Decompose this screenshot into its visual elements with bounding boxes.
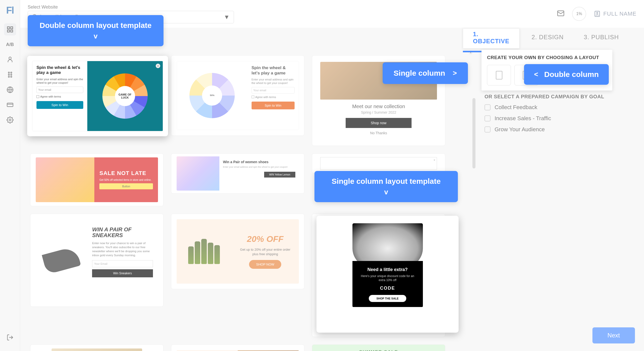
chevron-down-icon: v xyxy=(325,188,448,196)
template-earrings[interactable] xyxy=(30,344,164,351)
goal-increase-sales[interactable]: Increase Sales - Traffic xyxy=(485,115,635,122)
tab-publish[interactable]: 3. PUBLISH xyxy=(584,29,619,47)
user-icon xyxy=(594,10,601,17)
template-survey[interactable]: We'd love to know more about you! What j… xyxy=(171,344,304,351)
thumb-image xyxy=(42,246,81,275)
right-panel: CREATE YOUR OWN BY CHOOSING A LAYOUT OR … xyxy=(475,48,644,351)
svg-rect-1 xyxy=(11,27,13,29)
highlight-template-double[interactable]: Spin the wheel & let's play a game Enter… xyxy=(27,56,168,136)
svg-point-8 xyxy=(11,74,12,75)
svg-point-7 xyxy=(8,74,10,75)
svg-point-6 xyxy=(11,72,12,73)
callout-double-template: Double column layout template v xyxy=(28,15,164,46)
template-collection-2[interactable]: Meet our new collection × xyxy=(312,153,445,173)
nav-ab-test-icon[interactable]: A/B xyxy=(4,38,16,51)
nav-logout-icon[interactable] xyxy=(4,331,16,343)
chevron-down-icon: v xyxy=(38,32,153,40)
template-spin-wheel-pastel[interactable]: 50% Spin the wheel & let's play a game E… xyxy=(171,55,304,136)
app-logo: Fl xyxy=(6,5,14,16)
svg-point-9 xyxy=(8,76,10,77)
template-sneakers[interactable]: WIN A PAIR OF SNEAKERS Enter now for you… xyxy=(30,214,164,307)
nav-globe-icon[interactable] xyxy=(4,84,16,96)
svg-point-10 xyxy=(11,76,12,77)
thumb-image xyxy=(52,348,142,351)
chevron-right-icon: > xyxy=(453,69,457,77)
mail-icon[interactable] xyxy=(557,10,565,18)
svg-rect-12 xyxy=(7,103,13,107)
highlight-template-single[interactable]: Need a little extra? Here's your unique … xyxy=(316,216,459,333)
progress-indicator[interactable]: 1% xyxy=(572,7,586,21)
svg-point-5 xyxy=(8,72,10,73)
nav-segments-icon[interactable] xyxy=(4,69,16,81)
thumb-image xyxy=(177,236,232,267)
close-icon: × xyxy=(156,64,160,68)
caret-down-icon[interactable]: ▼ xyxy=(224,14,230,21)
nav-audience-icon[interactable] xyxy=(4,54,16,66)
scrollbar[interactable] xyxy=(472,98,475,168)
template-summer-sale[interactable]: SUMMER SALE xyxy=(312,344,445,351)
nav-settings-icon[interactable] xyxy=(4,114,16,126)
callout-single-column: Single column > xyxy=(383,62,468,84)
svg-rect-3 xyxy=(11,30,13,32)
template-sale-not-late[interactable]: SALE NOT LATE Get 50% off selected items… xyxy=(30,153,164,206)
svg-point-14 xyxy=(9,119,11,121)
close-icon: × xyxy=(433,158,435,162)
left-sidebar: Fl A/B xyxy=(0,0,20,351)
goal-grow-audience[interactable]: Grow Your Audience xyxy=(485,126,635,133)
user-menu[interactable]: FULL NAME xyxy=(594,10,636,17)
nav-campaigns-icon[interactable] xyxy=(4,23,16,35)
nav-billing-icon[interactable] xyxy=(4,99,16,111)
next-button[interactable]: Next xyxy=(592,327,635,343)
callout-single-template: Single column layout template v xyxy=(314,171,458,202)
chevron-left-icon: < xyxy=(534,70,538,78)
layout-single-column[interactable] xyxy=(487,65,511,85)
website-label: Select Website xyxy=(28,5,234,10)
template-20-off[interactable]: 20% OFF Get up to 20% off your entire or… xyxy=(171,214,304,289)
svg-rect-2 xyxy=(7,30,9,32)
tab-design[interactable]: 2. DESIGN xyxy=(532,29,564,47)
callout-double-column: < Double column xyxy=(524,64,609,85)
svg-point-18 xyxy=(597,12,598,14)
thumb-image xyxy=(177,156,219,191)
svg-rect-0 xyxy=(7,27,9,29)
template-women-shoes[interactable]: Win a Pair of women shoes Enter your ema… xyxy=(171,153,304,194)
highlight-tab-objective[interactable]: 1. OBJECTIVE xyxy=(463,28,519,49)
svg-point-4 xyxy=(9,57,11,59)
goal-collect-feedback[interactable]: Collect Feedback xyxy=(485,104,635,111)
goals-heading: OR SELECT A PREPARED CAMPAIGN BY GOAL xyxy=(485,94,635,100)
thumb-image xyxy=(36,157,94,202)
